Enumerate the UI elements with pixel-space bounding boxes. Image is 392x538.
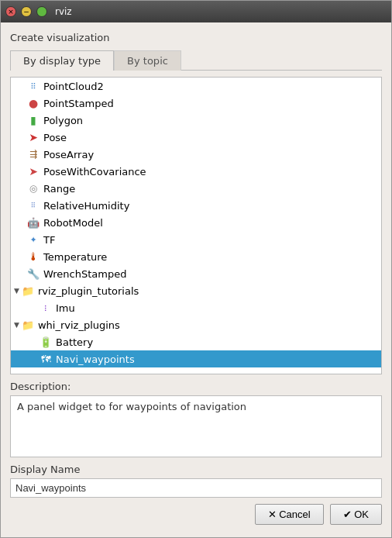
list-item-pose[interactable]: ➤ Pose xyxy=(11,129,381,146)
minimize-icon: − xyxy=(23,8,29,16)
temperature-icon: 🌡 xyxy=(26,250,40,264)
posewithcovariance-label: PoseWithCovariance xyxy=(43,166,146,178)
pose-icon: ➤ xyxy=(26,130,40,144)
list-item-pointstamped[interactable]: ● PointStamped xyxy=(11,95,381,112)
pose-label: Pose xyxy=(43,132,67,143)
list-item-battery[interactable]: 🔋 Battery xyxy=(11,333,381,350)
close-icon: × xyxy=(8,8,14,16)
list-item-range[interactable]: ◎ Range xyxy=(11,180,381,197)
robotmodel-icon: 🤖 xyxy=(26,216,40,229)
group-rviz-plugin-tutorials[interactable]: ▼ 📁 rviz_plugin_tutorials xyxy=(11,282,381,299)
display-name-section: Display Name xyxy=(10,464,382,498)
posearray-icon: ⇶ xyxy=(26,147,40,161)
battery-icon: 🔋 xyxy=(39,335,53,349)
folder-rviz-icon: 📁 xyxy=(21,284,35,298)
display-name-label: Display Name xyxy=(10,464,382,475)
navi-waypoints-label: Navi_waypoints xyxy=(56,353,135,365)
group-whi-triangle: ▼ xyxy=(14,321,19,329)
relativehumidity-icon: ⠿ xyxy=(26,198,40,212)
tab-by-display-type[interactable]: By display type xyxy=(10,50,114,71)
range-label: Range xyxy=(43,183,75,195)
robotmodel-label: RobotModel xyxy=(43,217,103,229)
pointstamped-label: PointStamped xyxy=(43,98,114,109)
cancel-label: ✕ Cancel xyxy=(268,509,311,520)
description-section: Description: A panel widget to for waypo… xyxy=(10,381,382,457)
group-rviz-label: rviz_plugin_tutorials xyxy=(38,285,139,297)
posewithcovariance-icon: ➤ xyxy=(26,164,40,178)
close-button[interactable]: × xyxy=(5,6,16,17)
posearray-label: PoseArray xyxy=(43,149,94,160)
list-item-navi-waypoints[interactable]: 🗺 Navi_waypoints xyxy=(11,350,381,367)
imu-label: Imu xyxy=(56,302,75,314)
list-item-pointcloud2[interactable]: ⠿ PointCloud2 xyxy=(11,78,381,95)
ok-label: ✔ OK xyxy=(343,509,369,520)
list-item-wrenchstamped[interactable]: 🔧 WrenchStamped xyxy=(11,265,381,282)
description-text: A panel widget to for waypoints of navig… xyxy=(10,395,382,457)
main-window: × − rviz Create visualization By display… xyxy=(0,0,392,538)
nav-waypoints-icon: 🗺 xyxy=(39,352,53,366)
group-whi-label: whi_rviz_plugins xyxy=(38,319,120,331)
pointcloud2-label: PointCloud2 xyxy=(43,81,104,92)
list-item-relativehumidity[interactable]: ⠿ RelativeHumidity xyxy=(11,197,381,214)
list-item-posewithcovariance[interactable]: ➤ PoseWithCovariance xyxy=(11,163,381,180)
cancel-button[interactable]: ✕ Cancel xyxy=(255,504,324,525)
group-rviz-triangle: ▼ xyxy=(14,287,19,295)
button-row: ✕ Cancel ✔ OK xyxy=(10,504,382,528)
tab-by-topic[interactable]: By topic xyxy=(114,50,181,71)
list-item-imu[interactable]: ⫶ Imu xyxy=(11,299,381,316)
list-item-polygon[interactable]: ▮ Polygon xyxy=(11,112,381,129)
description-label: Description: xyxy=(10,381,382,392)
list-item-posearray[interactable]: ⇶ PoseArray xyxy=(11,146,381,163)
battery-label: Battery xyxy=(56,336,93,348)
list-item-temperature[interactable]: 🌡 Temperature xyxy=(11,248,381,265)
create-visualization-label: Create visualization xyxy=(10,32,382,43)
tf-icon: ✦ xyxy=(26,233,40,247)
range-icon: ◎ xyxy=(26,181,40,195)
ok-button[interactable]: ✔ OK xyxy=(330,504,382,525)
tf-label: TF xyxy=(43,234,55,246)
window-body: Create visualization By display type By … xyxy=(1,22,391,537)
relativehumidity-label: RelativeHumidity xyxy=(43,200,129,212)
visualization-list-scroll[interactable]: ⠿ PointCloud2 ● PointStamped ▮ Polygon ➤… xyxy=(11,78,381,374)
imu-icon: ⫶ xyxy=(39,301,53,315)
wrenchstamped-label: WrenchStamped xyxy=(43,268,126,280)
group-whi-rviz-plugins[interactable]: ▼ 📁 whi_rviz_plugins xyxy=(11,316,381,333)
wrenchstamped-icon: 🔧 xyxy=(26,267,40,281)
maximize-button[interactable] xyxy=(36,6,47,17)
pointstamped-icon: ● xyxy=(26,96,40,110)
polygon-label: Polygon xyxy=(43,115,83,126)
tabs-container: By display type By topic xyxy=(10,50,382,71)
titlebar: × − rviz xyxy=(1,1,391,22)
visualization-list-panel: ⠿ PointCloud2 ● PointStamped ▮ Polygon ➤… xyxy=(10,77,382,374)
pointcloud2-icon: ⠿ xyxy=(26,79,40,93)
polygon-icon: ▮ xyxy=(26,113,40,127)
minimize-button[interactable]: − xyxy=(21,6,32,17)
window-title: rviz xyxy=(55,6,72,17)
list-item-tf[interactable]: ✦ TF xyxy=(11,231,381,248)
display-name-input[interactable] xyxy=(10,478,382,498)
list-item-robotmodel[interactable]: 🤖 RobotModel xyxy=(11,214,381,231)
temperature-label: Temperature xyxy=(43,251,107,263)
folder-whi-icon: 📁 xyxy=(21,318,35,332)
